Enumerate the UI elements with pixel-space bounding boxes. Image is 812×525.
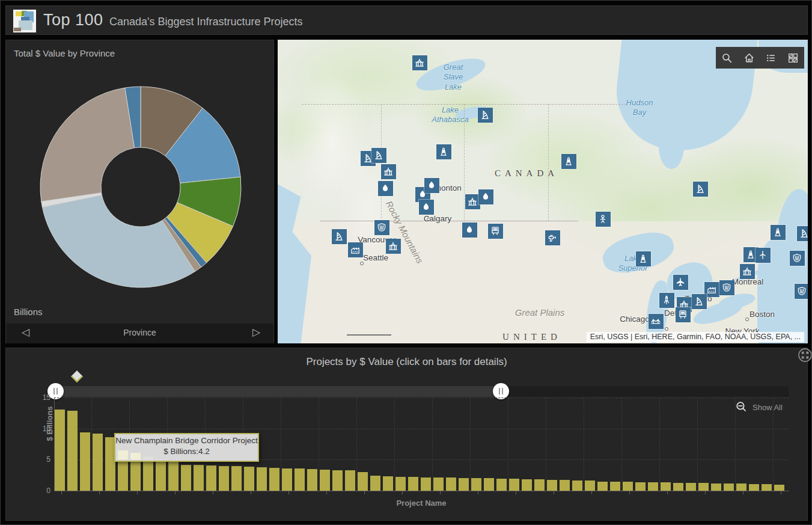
legend-icon[interactable]: [760, 47, 783, 69]
map-marker-dam[interactable]: [797, 226, 808, 241]
bar-project-45[interactable]: [610, 482, 620, 491]
bar-project-34[interactable]: [471, 478, 481, 491]
bar-project-18[interactable]: [269, 468, 279, 491]
range-slider[interactable]: [54, 386, 789, 397]
bar-project-10[interactable]: [168, 462, 179, 491]
bar-project-22[interactable]: [320, 470, 330, 491]
bar-project-50[interactable]: [673, 483, 683, 491]
bar-project-32[interactable]: [446, 477, 456, 491]
map-marker-tower[interactable]: [771, 225, 786, 240]
map-marker-dam[interactable]: [693, 182, 708, 197]
bar-highlighted[interactable]: [130, 453, 141, 459]
bar-project-41[interactable]: [560, 480, 570, 491]
bar-project-31[interactable]: [433, 477, 444, 491]
map-marker-bridge[interactable]: [649, 314, 664, 329]
bar-project-57[interactable]: [762, 484, 772, 491]
map-marker-flame[interactable]: [424, 178, 439, 193]
bar-project-38[interactable]: [522, 479, 532, 491]
bar-project-29[interactable]: [408, 477, 418, 491]
bar-project-19[interactable]: [282, 468, 292, 491]
map-marker-tower[interactable]: [636, 251, 651, 266]
bar-project-14[interactable]: [219, 466, 229, 491]
map-marker-dam[interactable]: [478, 108, 493, 123]
map-marker-highway[interactable]: [795, 284, 808, 299]
bar-project-1[interactable]: [55, 410, 65, 491]
map-panel[interactable]: Great Slave LakeLake AthabascaHudson Bay…: [278, 40, 808, 343]
map-marker-wind[interactable]: [756, 248, 771, 263]
bar-project-33[interactable]: [459, 478, 469, 491]
bar-project-42[interactable]: [572, 480, 582, 491]
bar-project-21[interactable]: [307, 469, 317, 491]
bar-project-15[interactable]: [231, 466, 242, 491]
bar-project-58[interactable]: [774, 485, 784, 491]
bar-project-16[interactable]: [244, 467, 254, 491]
map-marker-highway[interactable]: [790, 251, 805, 266]
bar-highlighted[interactable]: [118, 450, 128, 459]
show-all-button[interactable]: Show All: [734, 400, 783, 414]
bar-project-43[interactable]: [585, 480, 595, 491]
map-marker-tower[interactable]: [561, 154, 576, 169]
bar-project-52[interactable]: [698, 483, 709, 491]
bar-project-48[interactable]: [648, 482, 658, 491]
map-marker-rocket[interactable]: [659, 293, 674, 308]
bar-project-49[interactable]: [661, 482, 671, 491]
map-marker-person[interactable]: [596, 212, 611, 227]
map-marker-parliament[interactable]: [386, 239, 401, 254]
bar-project-28[interactable]: [395, 477, 406, 491]
bar-project-44[interactable]: [597, 482, 608, 491]
map-marker-train[interactable]: [676, 307, 691, 322]
bar-project-17[interactable]: [257, 467, 267, 491]
donut-slice-9[interactable]: [40, 88, 135, 201]
bar-project-25[interactable]: [358, 472, 368, 491]
bar-project-3[interactable]: [80, 432, 90, 491]
bar-project-30[interactable]: [421, 477, 431, 491]
bar-project-11[interactable]: [181, 465, 191, 491]
bar-project-39[interactable]: [534, 479, 545, 491]
map-marker-flame[interactable]: [462, 223, 477, 238]
bar-project-53[interactable]: [711, 484, 721, 491]
bar-project-13[interactable]: [206, 465, 216, 491]
bar-project-54[interactable]: [724, 484, 734, 491]
bar-project-12[interactable]: [194, 465, 204, 491]
map-marker-parliament[interactable]: [412, 55, 427, 70]
donut-slice-7[interactable]: [42, 195, 195, 287]
map-marker-parliament[interactable]: [381, 164, 396, 179]
bar-project-55[interactable]: [736, 484, 746, 491]
bar-project-4[interactable]: [93, 434, 103, 491]
bar-project-37[interactable]: [509, 479, 519, 491]
map-marker-flame[interactable]: [478, 189, 493, 204]
bar-project-27[interactable]: [383, 476, 393, 491]
bar-project-46[interactable]: [623, 482, 633, 491]
map-marker-plane[interactable]: [673, 275, 688, 290]
map-marker-dam[interactable]: [371, 148, 386, 163]
map-marker-parliament[interactable]: [740, 264, 755, 279]
bar-project-51[interactable]: [686, 483, 696, 491]
bar-project-36[interactable]: [496, 479, 507, 491]
map-marker-dam[interactable]: [692, 294, 707, 309]
map-marker-factory[interactable]: [348, 242, 363, 257]
map-marker-highway[interactable]: [374, 220, 389, 235]
map-marker-tower[interactable]: [436, 144, 451, 159]
pager-next-button[interactable]: ▷: [252, 326, 260, 338]
bar-project-9[interactable]: [156, 459, 166, 491]
home-icon[interactable]: [738, 47, 760, 69]
slider-handle-right[interactable]: [493, 383, 509, 399]
bar-project-2[interactable]: [67, 411, 78, 491]
map-marker-pipe[interactable]: [545, 230, 560, 245]
basemap-icon[interactable]: [782, 47, 804, 69]
map-marker-flame[interactable]: [419, 200, 434, 215]
search-icon[interactable]: [716, 47, 738, 69]
bar-project-24[interactable]: [345, 470, 355, 491]
range-slider-selection[interactable]: [55, 386, 501, 397]
map-marker-dam[interactable]: [332, 229, 347, 244]
bar-project-23[interactable]: [332, 470, 343, 491]
maximize-icon[interactable]: [798, 348, 812, 362]
donut-chart[interactable]: [37, 84, 244, 290]
bar-project-40[interactable]: [547, 480, 557, 491]
map-marker-flame[interactable]: [378, 181, 393, 196]
map-marker-highway[interactable]: [719, 280, 734, 295]
map-marker-train[interactable]: [488, 224, 503, 239]
bar-project-35[interactable]: [484, 478, 494, 491]
bar-project-20[interactable]: [295, 468, 305, 491]
bar-project-56[interactable]: [749, 484, 759, 491]
